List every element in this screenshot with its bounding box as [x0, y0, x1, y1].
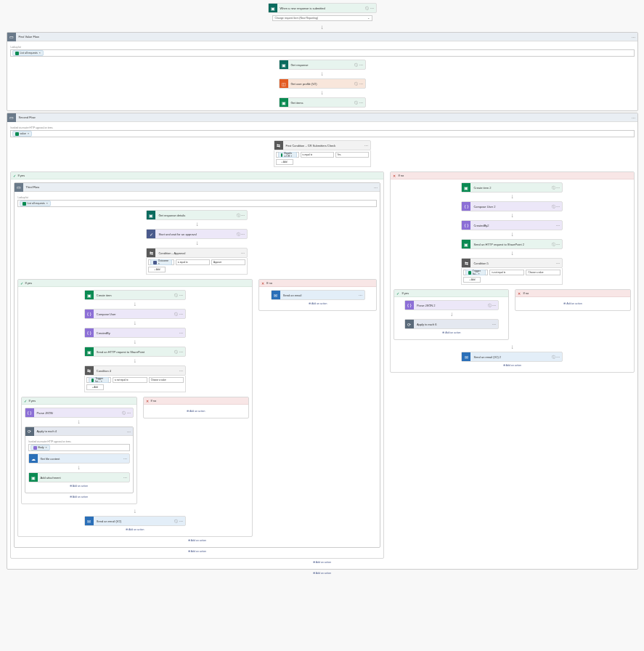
arrow-down-icon: ↓ [321, 25, 324, 31]
condition-4[interactable]: ⇆ Condition 4 ⋯ [84, 365, 186, 376]
sharepoint-icon: ▣ [462, 240, 470, 248]
send-email-2[interactable]: ✉ Send an email (V2) 2 ⓘ ⋯ [461, 352, 563, 362]
add-action-link[interactable]: Add an action [14, 548, 381, 555]
start-approval[interactable]: ✓ Start and wait for an approval ⓘ ⋯ [146, 229, 248, 239]
create-item[interactable]: ▣ Create item ⓘ ⋯ [84, 290, 186, 300]
cond-add-button[interactable]: + Add [148, 267, 166, 272]
trigger-form-dropdown[interactable]: Change request form (New Reporting) ⌄ [272, 15, 372, 21]
scope-icon: ▭ [7, 33, 16, 41]
send-email-reject[interactable]: ✉ Send an email ⋯ [271, 290, 365, 300]
get-response[interactable]: ▣ Get response ⓘ ⋯ [279, 60, 366, 70]
branch-label: If yes [18, 174, 25, 177]
pill-token: List all requests × [12, 50, 44, 56]
note-text: Lookup list [10, 44, 635, 49]
sharepoint-icon: ▣ [280, 98, 288, 107]
add-action-link[interactable]: Add an action [17, 537, 378, 544]
sharepoint-icon: ▣ [85, 291, 94, 299]
add-action-link[interactable]: Add an action [503, 362, 521, 369]
compose-user-2[interactable]: { } Compose User 2 ⓘ ⋯ [461, 201, 563, 211]
branch-yes-header: ✓ If yes [11, 172, 384, 179]
http-sharepoint-2[interactable]: ▣ Send an HTTP request to SharePoint 2 ⓘ… [461, 239, 563, 249]
get-user-profile[interactable]: ◫ Get user profile (V2) ⓘ ⋯ [279, 78, 366, 89]
scope-menu[interactable]: ⋯ [632, 116, 637, 120]
add-action-link[interactable]: Add an action [309, 300, 327, 307]
lookup-field[interactable]: List all requests × [10, 49, 635, 57]
add-action-link[interactable]: Add an action [442, 329, 460, 336]
approval-icon: ✓ [147, 230, 155, 238]
lookup-field[interactable]: List all requests × [17, 200, 378, 207]
createdby-2[interactable]: { } CreatedBy2 ⋯ [461, 220, 563, 230]
compose-icon: { } [462, 202, 470, 211]
arrow-down-icon: ↓ [195, 222, 198, 227]
condition-approval: ⇆ Condition – Approval ⋯ Outcome × [146, 248, 248, 275]
branch-no-inner: ✕If no ✉ Send an email ⋯ [258, 279, 377, 311]
condition-header[interactable]: ⇆ First Condition – CR Submitters Check … [274, 140, 371, 150]
cond-left[interactable]: Equals a CR × [276, 152, 299, 158]
card-menu[interactable]: ⓘ ⋯ [360, 6, 376, 10]
field-value[interactable]: value × [10, 130, 635, 137]
parse-json-2[interactable]: { } Parse JSON 2 ⓘ ⋯ [404, 300, 499, 310]
cond-add-button[interactable]: + Add [276, 159, 293, 165]
compose-icon: { } [462, 221, 470, 230]
add-attachment[interactable]: ▣ Add attachment ⋯ [28, 472, 130, 482]
sharepoint-icon: ▣ [85, 347, 94, 356]
add-action-link[interactable]: Add an action [28, 482, 130, 490]
arrow-down-icon: ↓ [321, 71, 324, 77]
branch-yes-inner: ✓If yes ▣ Create item ⓘ ⋯ [17, 279, 253, 537]
condition-body: Equals a CR × is equal to Yes + Add [274, 150, 371, 167]
add-action-link[interactable]: Add an action [126, 526, 144, 533]
chevron-down-icon: ⌄ [367, 17, 370, 20]
cond-right[interactable]: Yes [335, 152, 369, 158]
apply-to-each-4: ⟳ Apply to each 4 ⋯ In [25, 426, 134, 493]
outlook-icon: ✉ [272, 291, 280, 299]
cond-op[interactable]: is equal to [301, 152, 334, 158]
add-action-link[interactable]: Add an action [147, 408, 246, 415]
scope-first: ▭ First Value Flow ⋯ Lookup list List al… [7, 32, 638, 111]
condition-icon: ⇆ [462, 259, 470, 267]
loop-icon: ⟳ [405, 320, 414, 328]
data-icon: { } [25, 408, 34, 417]
compose-icon: { } [85, 328, 94, 337]
add-action-link[interactable]: Add an action [313, 570, 331, 577]
get-file-content[interactable]: ☁ Get file content ⋯ [28, 453, 130, 464]
createdby[interactable]: { } CreatedBy ⋯ [84, 328, 186, 338]
dropdown-value: Change request form (New Reporting) [275, 17, 318, 20]
add-action-link[interactable]: Add an action [518, 300, 627, 307]
get-response-details[interactable]: ▣ Get response details ⓘ ⋯ [146, 210, 248, 220]
data-icon: { } [405, 301, 414, 310]
apply-to-each-6[interactable]: ⟳ Apply to each 6 ⋯ [404, 319, 499, 329]
parse-json[interactable]: { } Parse JSON ⓘ ⋯ [25, 408, 134, 418]
branch-no-outer: ✕If no ▣ Create item 2 ⓘ ⋯ ↓ { } [390, 171, 634, 373]
compose-icon: { } [85, 310, 94, 318]
scope-header[interactable]: ▭ Third Flow ⋯ [15, 183, 380, 192]
scope-third: ▭ Third Flow ⋯ Lookup list List all requ… [14, 182, 381, 548]
condition-5[interactable]: ⇆ Condition 5 ⋯ [461, 258, 563, 268]
branch-yes-outer: ✓ If yes ▭ Third Flow ⋯ [10, 171, 385, 559]
office-icon: ◫ [280, 79, 288, 88]
sharepoint-icon: ▣ [29, 473, 38, 482]
compose-user[interactable]: { } Compose User ⓘ ⋯ [84, 309, 186, 319]
add-action-link[interactable]: Add an action [10, 559, 635, 566]
send-email[interactable]: ✉ Send an email (V2) ⓘ ⋯ [84, 516, 186, 526]
condition-header[interactable]: ⇆ Condition – Approval ⋯ [146, 248, 248, 258]
scope-header[interactable]: ▭ Second Flow ⋯ [7, 113, 637, 122]
http-sharepoint[interactable]: ▣ Send an HTTP request to SharePoint ⓘ ⋯ [84, 347, 186, 357]
forms-icon: ▣ [280, 60, 288, 69]
branch-yes-right: ✓If yes { } Parse JSON 2 ⓘ ⋯ [394, 289, 509, 340]
scope-second: ▭ Second Flow ⋯ Invoked via master HTTP … [7, 113, 638, 570]
add-action-link[interactable]: Add an action [70, 493, 88, 501]
branch-no-right: ✕If no Add an action [515, 289, 630, 311]
trigger-card[interactable]: ▣ When a new response is submitted ⓘ ⋯ [268, 3, 377, 13]
pill-token: value × [12, 131, 32, 137]
loop-icon: ⟳ [25, 427, 34, 436]
condition-icon: ⇆ [147, 248, 155, 257]
scope-menu[interactable]: ⋯ [632, 35, 637, 39]
forms-icon: ▣ [269, 4, 277, 12]
check-icon: ✓ [11, 172, 18, 179]
note-text: Invoked via master HTTP approval on item… [10, 125, 635, 130]
create-item-2[interactable]: ▣ Create item 2 ⓘ ⋯ [461, 182, 563, 193]
get-items[interactable]: ▣ Get items ⓘ ⋯ [279, 97, 366, 108]
condition-icon: ⇆ [274, 141, 283, 150]
apply-field[interactable]: Body × [28, 444, 130, 451]
scope-header[interactable]: ▭ First Value Flow ⋯ [7, 33, 637, 41]
